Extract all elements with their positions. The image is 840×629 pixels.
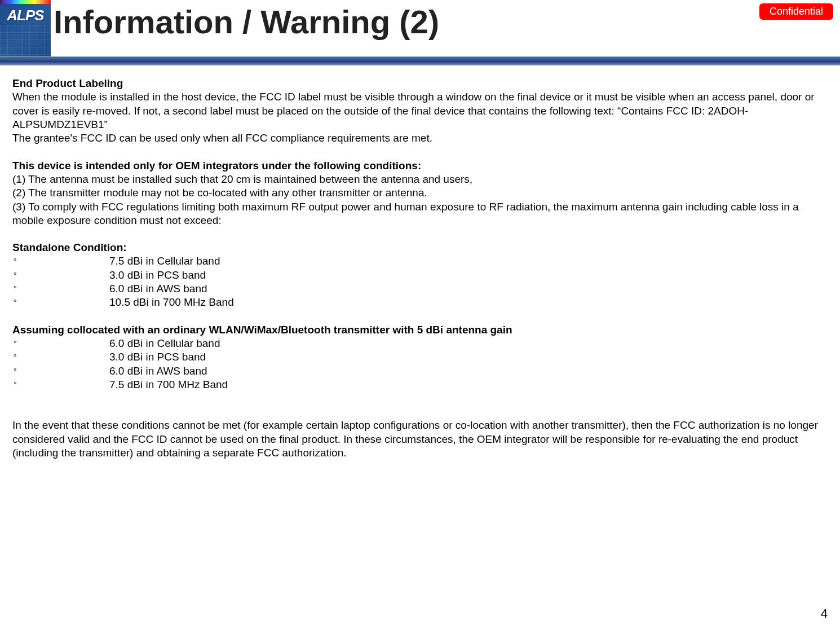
- list-item: 3.0 dBi in PCS band: [12, 350, 828, 364]
- list-item: (1) The antenna must be installed such t…: [12, 173, 828, 186]
- brand-logo: ALPS: [0, 0, 51, 62]
- list-item-text: 3.0 dBi in PCS band: [109, 269, 206, 282]
- paragraph: The grantee's FCC ID can be used only wh…: [12, 131, 828, 145]
- list-item-text: 6.0 dBi in AWS band: [109, 282, 207, 296]
- standalone-list: 7.5 dBi in Cellular band 3.0 dBi in PCS …: [12, 254, 828, 309]
- confidential-badge: Confidential: [759, 3, 833, 20]
- list-item: 6.0 dBi in AWS band: [12, 364, 828, 378]
- section-heading-standalone: Standalone Condition:: [12, 241, 828, 254]
- page-title: Information / Warning (2): [54, 3, 439, 41]
- paragraph: When the module is installed in the host…: [12, 90, 828, 131]
- collocated-list: 6.0 dBi in Cellular band 3.0 dBi in PCS …: [12, 337, 828, 392]
- section-heading-labeling: End Product Labeling: [12, 77, 828, 90]
- list-item-text: 10.5 dBi in 700 MHz Band: [109, 296, 234, 309]
- header-divider: [0, 56, 840, 65]
- list-item: 10.5 dBi in 700 MHz Band: [12, 296, 828, 309]
- list-item: 3.0 dBi in PCS band: [12, 269, 828, 282]
- list-item-text: 7.5 dBi in Cellular band: [109, 254, 220, 268]
- page-header: ALPS Information / Warning (2) Confident…: [0, 0, 840, 62]
- spectrum-bar-icon: [0, 0, 51, 4]
- closing-paragraph: In the event that these conditions canno…: [12, 419, 828, 460]
- section-heading-oem: This device is intended only for OEM int…: [12, 159, 828, 173]
- list-item-text: 6.0 dBi in Cellular band: [109, 337, 220, 350]
- list-item-text: 7.5 dBi in 700 MHz Band: [109, 378, 228, 392]
- page-number: 4: [821, 606, 828, 621]
- list-item-text: 3.0 dBi in PCS band: [109, 350, 206, 364]
- brand-logo-text: ALPS: [0, 7, 51, 24]
- document-body: End Product Labeling When the module is …: [0, 62, 840, 460]
- list-item: 7.5 dBi in Cellular band: [12, 254, 828, 268]
- list-item: 6.0 dBi in Cellular band: [12, 337, 828, 350]
- section-heading-collocated: Assuming collocated with an ordinary WLA…: [12, 323, 828, 337]
- list-item: (2) The transmitter module may not be co…: [12, 186, 828, 200]
- list-item: 7.5 dBi in 700 MHz Band: [12, 378, 828, 392]
- list-item: 6.0 dBi in AWS band: [12, 282, 828, 296]
- list-item: (3) To comply with FCC regulations limit…: [12, 200, 828, 228]
- list-item-text: 6.0 dBi in AWS band: [109, 364, 207, 378]
